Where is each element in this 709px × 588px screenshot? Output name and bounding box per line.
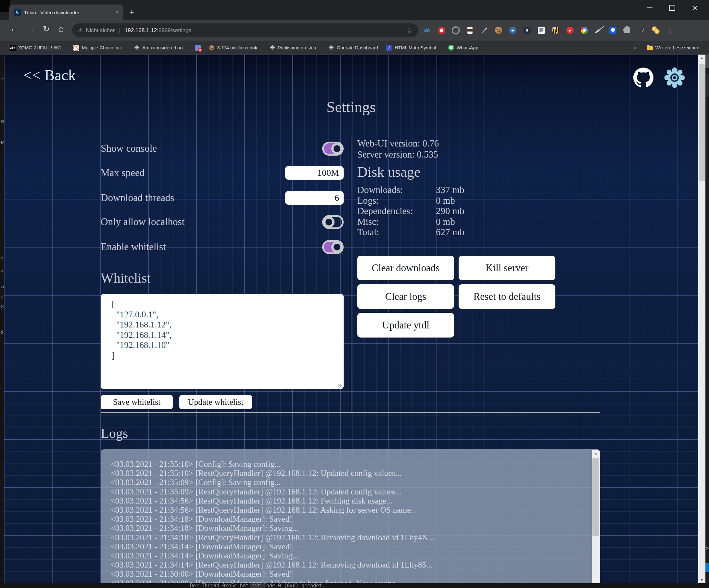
bookmark-item[interactable]: ☎ WhatsApp [448,45,478,51]
toggle-knob [331,143,343,154]
back-link[interactable]: << Back [23,66,76,84]
home-icon[interactable]: ⌂ [58,24,64,33]
bookmark-item[interactable]: z0r ZOMG ZUFALL! #61... [10,45,65,51]
browser-toolbar: ← → ↻ ⌂ ⚠ Nicht sicher | 192.168.1.12 :6… [0,20,709,41]
show-console-toggle[interactable] [322,142,344,156]
update-ytdl-button[interactable]: Update ytdl [357,313,454,337]
other-bookmarks-button[interactable]: Weitere Lesezeichen [647,45,699,50]
back-icon[interactable]: ← [10,24,19,33]
bookmark-item[interactable]: Operate Dashboard [329,45,378,51]
setting-label: Enable whitelist [101,241,166,253]
page-title: Settings [4,98,698,116]
scroll-up-icon[interactable]: ▲ [698,56,705,60]
google-icon[interactable] [580,26,588,34]
bitwarden-shield-icon[interactable] [609,26,617,34]
medical-cross-icon[interactable]: + [508,26,517,34]
playlist-icon[interactable]: ≡♪ [637,26,646,34]
disk-row: Logs:0 mb [357,195,465,206]
window-maximize-button[interactable] [668,4,676,12]
new-tab-button[interactable]: + [129,7,134,17]
photos-icon[interactable] [537,26,546,34]
bookmark-label: Operate Dashboard [337,45,378,50]
reset-defaults-button[interactable]: Reset to defaults [458,284,555,309]
scroll-up-icon[interactable]: ▲ [592,451,600,455]
screen: ϟ Tubio - Video downloader × + ← → ↻ ⌂ ⚠… [0,0,709,588]
log-scrollbar-thumb[interactable] [593,458,599,536]
setting-label: Max speed [101,167,145,179]
window-close-button[interactable] [691,4,699,12]
pin-play-icon[interactable]: ▶ [566,26,574,34]
puzzle-icon[interactable] [623,26,631,34]
log-scrollbar[interactable]: ▲ [592,450,600,583]
enable-whitelist-toggle[interactable] [322,240,344,254]
syringe-icon[interactable] [594,26,603,34]
security-label: Nicht sicher [86,27,115,34]
coins-icon[interactable] [652,26,660,34]
disk-row: Downloads:337 mb [357,184,465,195]
cookie-icon [209,45,214,50]
bee-icon[interactable] [551,26,560,34]
bookmark-item[interactable]: Am i considered an... [134,45,186,51]
setting-label: Only allow localhost [101,216,184,228]
tab-close-icon[interactable]: × [115,9,119,15]
bookmark-item[interactable]: 3 [195,45,201,51]
max-speed-input[interactable] [285,166,344,180]
save-whitelist-button[interactable]: Save whitelist [101,395,173,409]
address-bar[interactable]: ⚠ Nicht sicher | 192.168.1.12 :6969/sett… [72,23,418,37]
disk-row: Misc:0 mb [357,216,465,227]
bookmark-label: Am i considered an... [142,45,186,50]
incognito-file-icon[interactable] [466,26,474,34]
version-info: Web-UI version: 0.76 Server version: 0.5… [357,138,439,160]
app-badge-icon: 3 [195,45,201,51]
warning-icon: ⚠ [78,27,83,34]
logs-title: Logs [101,426,128,441]
sk-icon[interactable]: sk [423,26,431,34]
gear-icon[interactable] [664,67,685,88]
page-scrollbar[interactable]: ▲ ▼ [698,55,705,583]
setting-label: Download threads [101,192,174,204]
menu-dots-icon[interactable]: ⋮ [666,26,674,34]
cookie-icon[interactable] [494,26,503,34]
stop-hand-icon[interactable] [437,26,446,34]
bookmark-item[interactable]: Multiple-Choice mit... [73,45,126,51]
reload-icon[interactable]: ↻ [43,25,50,33]
only-localhost-toggle[interactable] [322,215,344,229]
log-line: <03.03.2021 - 21:34:18> [DownloadManager… [110,524,581,533]
clear-downloads-button[interactable]: Clear downloads [357,256,454,280]
bookmark-item[interactable]: 3.774 octillion cook... [209,45,261,51]
server-version: Server version: 0.535 [357,149,439,160]
page-viewport: << Back Settings Show console [4,55,698,583]
amazon-icon[interactable]: a [523,26,531,34]
whitelist-textarea[interactable]: [ "127.0.0.1", "192.168.1.12", "192.168.… [101,294,344,389]
tubio-favicon-icon: ϟ [14,9,21,16]
console-output-text: Der Thread 0xb5c hat mit Code 0 (0x0) ge… [190,583,325,588]
disk-usage-title: Disk usage [357,164,420,180]
window-minimize-button[interactable] [646,4,654,12]
folder-icon [647,46,653,50]
pen-icon[interactable] [480,26,489,34]
update-whitelist-button[interactable]: Update whitelist [179,395,252,409]
github-icon[interactable] [633,68,654,88]
disk-usage-table: Downloads:337 mb Logs:0 mb Dependencies:… [357,184,465,237]
kill-server-button[interactable]: Kill server [458,256,555,280]
background-window-corner [0,0,10,12]
forward-icon[interactable]: → [27,24,35,33]
scroll-down-icon[interactable]: ▼ [698,578,705,582]
bookmark-star-icon[interactable]: ☆ [406,27,413,34]
ring-icon[interactable] [451,26,460,34]
download-threads-input[interactable] [285,191,344,205]
browser-tab[interactable]: ϟ Tubio - Video downloader × [9,4,124,20]
bookmark-item[interactable]: Publishing on stea... [269,45,320,51]
clear-logs-button[interactable]: Clear logs [357,284,454,309]
toggle-knob [331,241,343,253]
disk-row: Total:627 mb [357,227,465,237]
bookmarks-overflow-button[interactable]: » [634,45,636,51]
page-scrollbar-thumb[interactable] [699,64,705,181]
bookmark-item[interactable]: ƒ HTML Math Symbol... [386,45,440,51]
bookmark-label: HTML Math Symbol... [395,45,440,50]
textarea-resize-handle[interactable] [338,384,342,388]
log-line: <03.03.2021 - 21:34:14> [DownloadManager… [110,542,581,551]
browser-titlebar: ϟ Tubio - Video downloader × + [0,0,709,20]
setting-row: Show console [101,141,344,156]
log-line: <03.03.2021 - 21:35:10> [RestQueryHandle… [110,469,581,478]
